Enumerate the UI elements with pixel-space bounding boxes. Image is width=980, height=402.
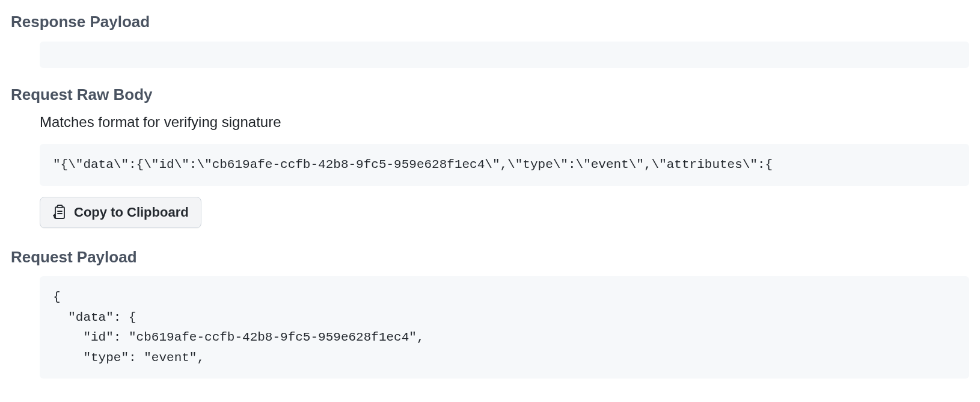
response-payload-code[interactable] [40, 42, 969, 68]
svg-rect-1 [58, 205, 63, 208]
response-payload-heading: Response Payload [11, 12, 969, 32]
copy-button-label: Copy to Clipboard [74, 205, 189, 220]
request-raw-body-section: Request Raw Body Matches format for veri… [11, 85, 969, 228]
request-raw-body-content: Matches format for verifying signature "… [40, 114, 969, 228]
request-raw-body-description: Matches format for verifying signature [40, 114, 969, 131]
copy-to-clipboard-button[interactable]: Copy to Clipboard [40, 197, 201, 228]
request-payload-heading: Request Payload [11, 247, 969, 267]
svg-rect-0 [55, 207, 64, 218]
response-payload-content [40, 42, 969, 68]
request-raw-body-heading: Request Raw Body [11, 85, 969, 105]
response-payload-section: Response Payload [11, 12, 969, 68]
clipboard-icon [52, 205, 67, 220]
request-payload-content: { "data": { "id": "cb619afe-ccfb-42b8-9f… [40, 276, 969, 379]
request-payload-code[interactable]: { "data": { "id": "cb619afe-ccfb-42b8-9f… [40, 276, 969, 379]
request-payload-section: Request Payload { "data": { "id": "cb619… [11, 247, 969, 379]
request-raw-body-code[interactable]: "{\"data\":{\"id\":\"cb619afe-ccfb-42b8-… [40, 144, 969, 186]
